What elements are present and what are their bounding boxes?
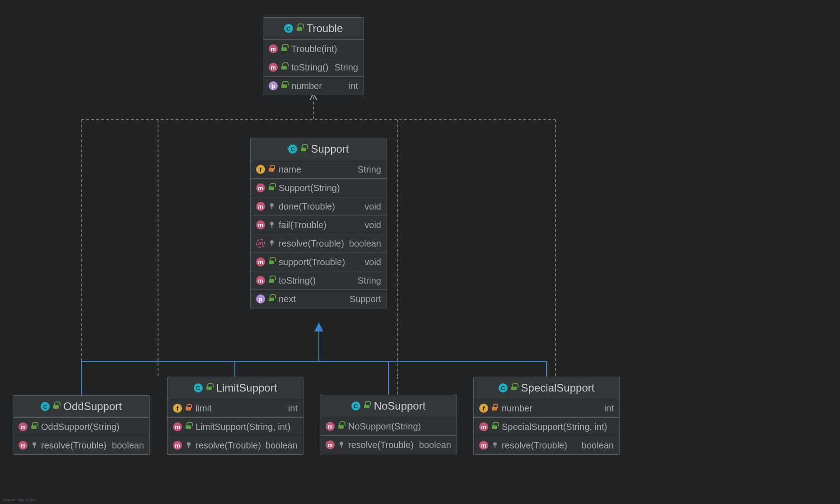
class-icon: C [194,383,203,392]
class-name: LimitSupport [216,382,277,394]
m-icon: m [326,440,335,449]
visibility-public-icon [281,46,288,52]
visibility-protected-icon [269,203,275,210]
visibility-public-icon [511,385,518,391]
visibility-protected-icon [31,442,37,448]
class-header[interactable]: C Trouble [263,18,364,40]
member-name: number [291,81,322,91]
p-icon: p [269,81,278,90]
member-type: String [358,164,381,175]
member-name: toString() [279,275,316,286]
m-icon: m [173,422,182,431]
member-row[interactable]: m support(Trouble) void [251,252,387,271]
member-name: NoSupport(String) [348,421,421,432]
member-row[interactable]: m resolve(Trouble) boolean [168,436,303,454]
class-header[interactable]: Support [251,138,387,160]
member-name: limit [196,403,212,414]
member-row[interactable]: m done(Trouble) void [251,197,387,215]
footer-attribution: Powered by yFiles [3,498,36,502]
member-name: resolve(Trouble) [502,440,567,451]
p-icon: p [256,294,265,303]
member-type: Support [350,294,381,304]
member-row[interactable]: f name String [251,160,387,178]
member-row[interactable]: m Support(String) [251,179,387,197]
visibility-public-icon [338,423,345,429]
class-section: m Trouble(int) m toString() String [263,40,364,76]
member-name: OddSupport(String) [41,422,119,432]
visibility-public-icon [206,385,213,391]
class-header[interactable]: C OddSupport [13,396,149,418]
visibility-protected-icon [338,442,345,448]
member-row[interactable]: p number int [263,77,364,95]
member-type: int [604,403,614,414]
member-row[interactable]: m NoSupport(String) [320,417,457,435]
m-icon: m [326,422,335,431]
member-name: support(Trouble) [279,257,345,267]
class-name: Trouble [307,22,343,35]
member-name: resolve(Trouble) [41,440,107,451]
member-name: resolve(Trouble) [196,440,261,451]
class-header[interactable]: C NoSupport [320,395,457,417]
member-name: name [279,164,301,175]
class-section: m LimitSupport(String, int) [168,417,303,436]
class-section: m resolve(Trouble) boolean [168,436,303,454]
class-section: p next Support [251,289,387,308]
class-section: m done(Trouble) void m fail(Trouble) voi… [251,197,387,289]
member-type: void [364,257,381,267]
member-row[interactable]: p next Support [251,290,387,308]
f-icon: f [256,165,265,174]
member-row[interactable]: m resolve(Trouble) boolean [13,436,149,454]
class-section: m SpecialSupport(String, int) [474,417,619,436]
m-icon: m [256,220,265,229]
visibility-private-icon [186,405,192,411]
member-name: fail(Trouble) [279,220,327,230]
member-row[interactable]: m fail(Trouble) void [251,215,387,234]
member-row[interactable]: m toString() String [263,58,364,76]
m-icon: m [256,276,265,285]
member-type: boolean [112,440,144,451]
member-row[interactable]: f number int [474,399,619,417]
visibility-public-icon [492,424,498,430]
member-type: String [358,275,381,286]
member-row[interactable]: m resolve(Trouble) boolean [251,234,387,252]
member-row[interactable]: m LimitSupport(String, int) [168,418,303,436]
member-type: boolean [419,440,451,450]
member-name: number [502,403,532,414]
member-name: resolve(Trouble) [279,238,344,249]
member-row[interactable]: m resolve(Trouble) boolean [320,436,457,454]
class-box-trouble[interactable]: C Trouble m Trouble(int) m toString() St… [263,17,364,95]
member-row[interactable]: m SpecialSupport(String, int) [474,418,619,436]
visibility-public-icon [269,259,275,265]
class-section: f limit int [168,399,303,417]
member-row[interactable]: f limit int [168,399,303,417]
member-name: Support(String) [279,183,340,193]
m-icon: m [269,44,278,53]
member-row[interactable]: m OddSupport(String) [13,418,149,436]
class-icon: C [41,402,50,411]
class-box-odd[interactable]: C OddSupport m OddSupport(String) m reso… [13,395,150,455]
class-box-no[interactable]: C NoSupport m NoSupport(String) m resolv… [320,395,457,454]
class-section: m resolve(Trouble) boolean [474,436,619,454]
class-name: NoSupport [374,400,426,412]
member-row[interactable]: m resolve(Trouble) boolean [474,436,619,454]
class-box-support[interactable]: Support f name String m Support(String) … [250,138,387,308]
class-section: m resolve(Trouble) boolean [320,435,457,454]
visibility-public-icon [364,403,370,409]
visibility-public-icon [269,185,275,191]
member-row[interactable]: m toString() String [251,271,387,289]
member-type: boolean [349,238,381,249]
m-icon: m [19,441,28,450]
member-name: toString() [291,62,328,73]
class-box-limit[interactable]: C LimitSupport f limit int m LimitSuppor… [167,377,303,455]
class-section: m resolve(Trouble) boolean [13,436,149,454]
member-name: Trouble(int) [291,44,337,54]
class-header[interactable]: C LimitSupport [168,377,303,399]
class-header[interactable]: C SpecialSupport [474,377,619,399]
member-name: SpecialSupport(String, int) [502,422,607,432]
member-type: int [349,81,358,91]
class-icon: C [284,24,293,33]
class-box-special[interactable]: C SpecialSupport f number int m SpecialS… [473,377,620,455]
class-section: m OddSupport(String) [13,418,149,436]
m-icon: m [19,422,28,431]
member-row[interactable]: m Trouble(int) [263,40,364,58]
